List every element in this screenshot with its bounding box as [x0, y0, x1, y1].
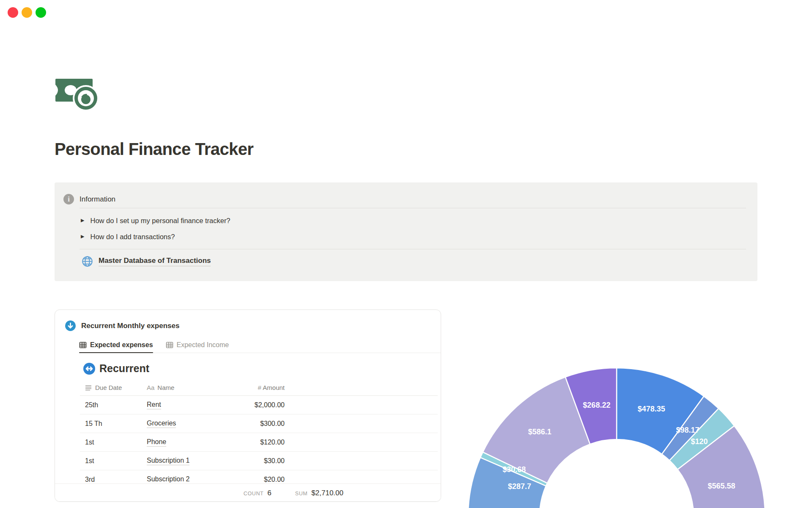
table-row[interactable]: 15 Th Groceries $300.00	[80, 414, 438, 433]
card-header: Recurrent Monthly expenses	[65, 320, 179, 331]
donut-segment-label: $287.7	[508, 482, 531, 491]
count-label: COUNT	[244, 491, 263, 497]
info-icon: i	[63, 194, 74, 204]
toggle-add-transactions-question[interactable]: ▶ How do I add transactions?	[81, 233, 175, 241]
arrows-left-right-circle-icon	[83, 363, 95, 375]
due-date-cell[interactable]: 1st	[80, 457, 147, 465]
count-calculation[interactable]: COUNT 6	[244, 489, 272, 497]
tab-label: Expected expenses	[90, 341, 153, 349]
amount-cell[interactable]: $120.00	[218, 439, 285, 446]
donut-segment-label: $478.35	[638, 405, 665, 413]
toggle-label: How do I set up my personal finance trac…	[90, 217, 230, 225]
row-name-link[interactable]: Subscription 1	[147, 457, 189, 465]
donut-segment-label: $586.1	[528, 428, 551, 436]
window-controls	[8, 7, 46, 18]
donut-segment-label: $565.58	[708, 482, 735, 490]
column-label: Name	[157, 384, 174, 391]
recurrent-expenses-card: Recurrent Monthly expenses Expected expe…	[55, 309, 441, 502]
tab-expected-expenses[interactable]: Expected expenses	[79, 337, 153, 353]
card-title: Recurrent Monthly expenses	[81, 322, 179, 330]
page-title: Personal Finance Tracker	[55, 140, 253, 159]
row-name-link[interactable]: Phone	[147, 438, 166, 447]
due-date-cell[interactable]: 15 Th	[80, 420, 147, 428]
banknote-coin-icon[interactable]	[55, 77, 101, 112]
amount-cell[interactable]: $2,000.00	[218, 401, 285, 409]
table-row[interactable]: 1st Phone $120.00	[80, 433, 438, 452]
row-name-link[interactable]: Rent	[147, 401, 161, 409]
minimize-window-button[interactable]	[22, 7, 32, 18]
number-property-icon: #	[258, 384, 261, 391]
close-window-button[interactable]	[8, 7, 18, 18]
donut-segment-label: $268.22	[583, 401, 610, 409]
donut-segment-label: $98.17	[676, 426, 699, 434]
column-header-due-date[interactable]: Due Date	[80, 384, 147, 391]
donut-segment-label: $120	[691, 437, 708, 446]
sum-calculation[interactable]: SUM $2,710.00	[295, 489, 343, 497]
donut-segment	[678, 426, 765, 508]
table-row[interactable]: 1st Subscription 1 $30.00	[80, 452, 438, 470]
arrow-down-circle-icon	[65, 320, 76, 331]
donut-segment	[662, 396, 719, 461]
toggle-setup-question[interactable]: ▶ How do I set up my personal finance tr…	[81, 217, 230, 225]
table-view-icon	[166, 341, 173, 349]
donut-segment	[669, 409, 734, 469]
donut-segment-label: $30.68	[502, 465, 526, 474]
divider	[80, 208, 746, 208]
column-header-amount[interactable]: # Amount	[218, 384, 285, 391]
table-calculation-footer: COUNT 6 SUM $2,710.00	[55, 483, 441, 502]
due-date-cell[interactable]: 25th	[80, 401, 147, 409]
donut-segment	[483, 377, 590, 483]
row-name-link[interactable]: Subscription 2	[147, 475, 189, 484]
amount-cell[interactable]: $300.00	[218, 420, 285, 428]
sum-value: $2,710.00	[311, 489, 343, 497]
table-header-row: Due Date Aa Name # Amount	[80, 380, 438, 396]
section-title: Recurrent	[99, 362, 149, 375]
callout-header: i Information	[63, 194, 115, 204]
view-tabs: Expected expenses Expected Income	[79, 337, 441, 353]
amount-cell[interactable]: $20.00	[218, 476, 285, 483]
table-row[interactable]: 25th Rent $2,000.00	[80, 396, 438, 414]
count-value: 6	[267, 489, 271, 497]
tab-expected-income[interactable]: Expected Income	[166, 337, 229, 353]
due-date-cell[interactable]: 3rd	[80, 476, 147, 483]
sum-label: SUM	[295, 491, 308, 497]
donut-segment	[565, 368, 617, 444]
row-name-link[interactable]: Groceries	[147, 420, 176, 428]
master-database-link[interactable]: Master Database of Transactions	[99, 257, 211, 266]
table-view-icon	[79, 341, 87, 349]
donut-segment	[468, 458, 546, 508]
database-link-row: Master Database of Transactions	[82, 256, 211, 267]
divider	[80, 249, 746, 249]
text-property-icon: Aa	[147, 384, 154, 391]
callout-title: Information	[80, 195, 115, 204]
amount-cell[interactable]: $30.00	[218, 457, 285, 465]
information-callout: i Information ▶ How do I set up my perso…	[55, 182, 757, 281]
globe-icon	[82, 256, 93, 267]
recurrent-section-header: Recurrent	[83, 362, 149, 375]
toggle-arrow-icon[interactable]: ▶	[81, 218, 84, 223]
column-label: Due Date	[95, 384, 122, 391]
zoom-window-button[interactable]	[36, 7, 46, 18]
expenses-table: Due Date Aa Name # Amount 25th Rent $2,0…	[80, 380, 438, 489]
donut-segment	[480, 452, 547, 486]
tab-label: Expected Income	[177, 341, 229, 349]
column-header-name[interactable]: Aa Name	[147, 384, 218, 391]
toggle-arrow-icon[interactable]: ▶	[81, 234, 84, 239]
toggle-label: How do I add transactions?	[90, 233, 175, 241]
due-date-cell[interactable]: 1st	[80, 439, 147, 446]
select-property-icon	[85, 384, 92, 391]
donut-segment	[617, 368, 704, 454]
column-label: Amount	[263, 384, 285, 391]
